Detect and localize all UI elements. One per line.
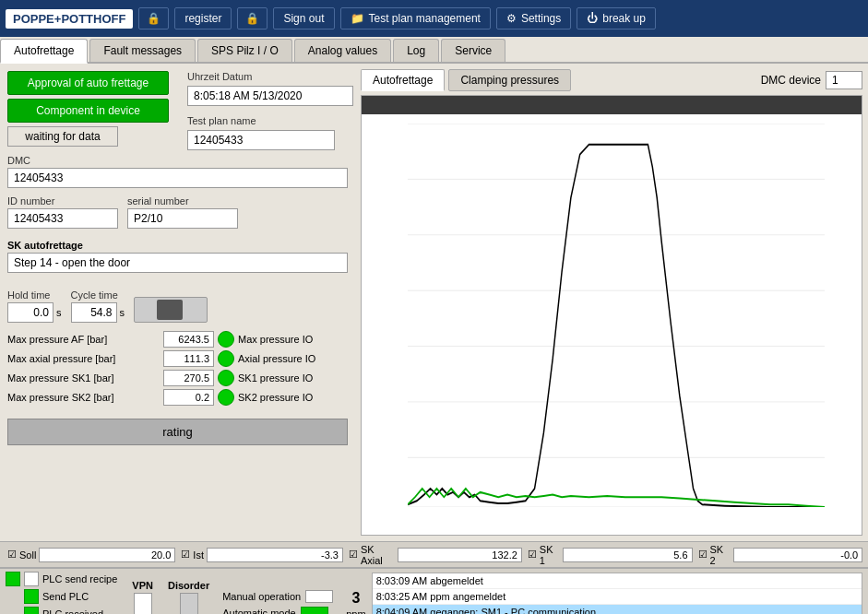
manual-led <box>305 590 333 603</box>
tab-fault-messages[interactable]: Fault messages <box>89 39 196 62</box>
id-field: ID number <box>7 195 118 229</box>
sk-axial-checkbox-icon[interactable]: ☑ <box>349 549 358 561</box>
disorder-section: Disorder <box>168 573 209 614</box>
test-plan-label: Test plan name <box>187 115 353 126</box>
manual-row: Manual operation <box>222 590 333 603</box>
pressure-row-2: Max pressure SK1 [bar] SK1 pressure IO <box>7 370 348 386</box>
chart-area: 6864 6000 5000 4000 3000 2000 1000 0 0.0… <box>362 114 862 535</box>
vpn-bar <box>134 593 152 614</box>
plc-received-label: PLC received <box>42 608 103 615</box>
vpn-section: VPN <box>123 573 162 614</box>
sk2-value[interactable] <box>733 548 862 562</box>
tab-analog[interactable]: Analog values <box>294 39 391 62</box>
soll-checkbox-icon[interactable]: ☑ <box>7 549 17 561</box>
app-logo: POPPE+POTTHOFF <box>6 9 133 29</box>
pressure-label-3: Max pressure SK2 [bar] <box>7 392 160 403</box>
datetime-value: 8:05:18 AM 5/13/2020 <box>187 86 353 106</box>
pressure-row-0: Max pressure AF [bar] Max pressure IO <box>7 331 348 348</box>
settings-button[interactable]: ⚙ Settings <box>496 7 571 30</box>
main-area: Approval of auto frettage Component in d… <box>0 64 868 541</box>
auto-row: Automatic mode <box>222 607 333 614</box>
power-icon: ⏻ <box>587 12 598 25</box>
vpn-label: VPN <box>132 580 153 591</box>
cycle-group: Cycle time s <box>71 289 125 323</box>
test-plan-button[interactable]: 📁 Test plan management <box>340 7 491 30</box>
log-time-1: 8:03:25 AM <box>376 591 428 602</box>
rating-button[interactable]: rating <box>7 419 348 445</box>
id-label: ID number <box>7 195 118 207</box>
pressure-value-3[interactable] <box>163 389 214 406</box>
plc-row-2: PLC received <box>6 607 117 615</box>
log-time-2: 8:04:09 AM <box>376 607 428 614</box>
ppm-unit: ppm <box>346 608 365 614</box>
ist-value[interactable] <box>207 548 343 562</box>
log-row-1: 8:03:25 AM ppm angemeldet <box>373 589 862 605</box>
tab-log[interactable]: Log <box>393 39 439 62</box>
test-plan-input[interactable] <box>187 130 335 150</box>
status-bar: PLC send recipe Send PLC PLC received NI… <box>0 567 868 614</box>
cycle-input[interactable] <box>71 302 117 323</box>
tab-service[interactable]: Service <box>441 39 505 62</box>
ppm-value: 3 <box>351 590 360 607</box>
tab-autofrettage[interactable]: Autofrettage <box>0 39 88 64</box>
sk1-value[interactable] <box>563 548 692 562</box>
pressure-io-0: Max pressure IO <box>238 334 313 345</box>
plc-row-0: PLC send recipe <box>6 572 117 586</box>
status-log: 8:03:09 AM abgemeldet 8:03:25 AM ppm ang… <box>372 573 862 614</box>
sk2-checkbox-icon[interactable]: ☑ <box>698 549 707 561</box>
chart-tab-autofrettage[interactable]: Autofrettage <box>361 69 445 91</box>
soll-value[interactable] <box>39 548 175 562</box>
register-button[interactable]: register <box>174 7 232 30</box>
pressure-row-1: Max axial pressure [bar] Axial pressure … <box>7 350 348 367</box>
lock2-button[interactable]: 🔒 <box>237 7 268 30</box>
cycle-label: Cycle time <box>71 289 125 301</box>
chart-tab-clamping[interactable]: Clamping pressures <box>448 69 571 91</box>
component-button[interactable]: Component in device <box>7 99 169 123</box>
chart-tabs: Autofrettage Clamping pressures <box>361 69 571 91</box>
lock-button[interactable]: 🔒 <box>138 7 169 30</box>
sk-axial-item: ☑ SK Axial <box>349 544 522 566</box>
approval-button[interactable]: Approval of auto frettage <box>7 71 169 95</box>
dmc-device-input[interactable] <box>826 71 862 89</box>
dmc-device-label: DMC device <box>761 74 821 87</box>
break-up-button[interactable]: ⏻ break up <box>577 7 656 30</box>
sk-input[interactable] <box>7 253 348 273</box>
pressure-dot-1 <box>218 350 234 367</box>
ppm-area: 3 ppm <box>346 573 365 614</box>
id-input[interactable] <box>7 208 118 229</box>
hold-label: Hold time <box>7 289 62 301</box>
pressure-label-1: Max axial pressure [bar] <box>7 353 160 364</box>
slider-area[interactable] <box>134 297 208 323</box>
log-time-0: 8:03:09 AM <box>376 575 428 586</box>
pressure-value-2[interactable] <box>163 370 214 386</box>
serial-label: serial number <box>127 195 238 207</box>
pressure-dot-3 <box>218 389 234 406</box>
datetime-label: Uhrzeit Datum <box>187 71 353 82</box>
chart-svg: 6864 6000 5000 4000 3000 2000 1000 0 0.0… <box>408 124 825 507</box>
hold-input[interactable] <box>7 302 54 323</box>
dmc-input[interactable] <box>7 168 348 188</box>
serial-field: serial number <box>127 195 238 229</box>
tab-bar: Autofrettage Fault messages SPS Pilz I /… <box>0 37 868 64</box>
hold-group: Hold time s <box>7 289 62 323</box>
sk-axial-value[interactable] <box>398 548 522 562</box>
slider-thumb <box>157 300 183 320</box>
serial-input[interactable] <box>127 208 238 229</box>
manual-label: Manual operation <box>222 591 301 602</box>
pressure-value-0[interactable] <box>163 331 214 348</box>
sign-out-button[interactable]: Sign out <box>273 7 334 30</box>
folder-icon: 📁 <box>351 12 364 25</box>
pressure-table: Max pressure AF [bar] Max pressure IO Ma… <box>7 331 348 408</box>
tab-sps[interactable]: SPS Pilz I / O <box>197 39 292 62</box>
ist-item: ☑ Ist <box>181 548 343 562</box>
left-panel: Approval of auto frettage Component in d… <box>0 64 355 541</box>
sk1-checkbox-icon[interactable]: ☑ <box>528 549 537 561</box>
ist-checkbox-icon[interactable]: ☑ <box>181 549 190 561</box>
disorder-bar <box>180 593 198 614</box>
cycle-unit: s <box>120 307 125 318</box>
pressure-label-2: Max pressure SK1 [bar] <box>7 372 160 384</box>
pressure-value-1[interactable] <box>163 350 214 367</box>
led-send-recipe <box>24 572 39 586</box>
sk-label: SK autofrettage <box>7 240 348 251</box>
datetime-row: Approval of auto frettage Component in d… <box>7 71 348 150</box>
